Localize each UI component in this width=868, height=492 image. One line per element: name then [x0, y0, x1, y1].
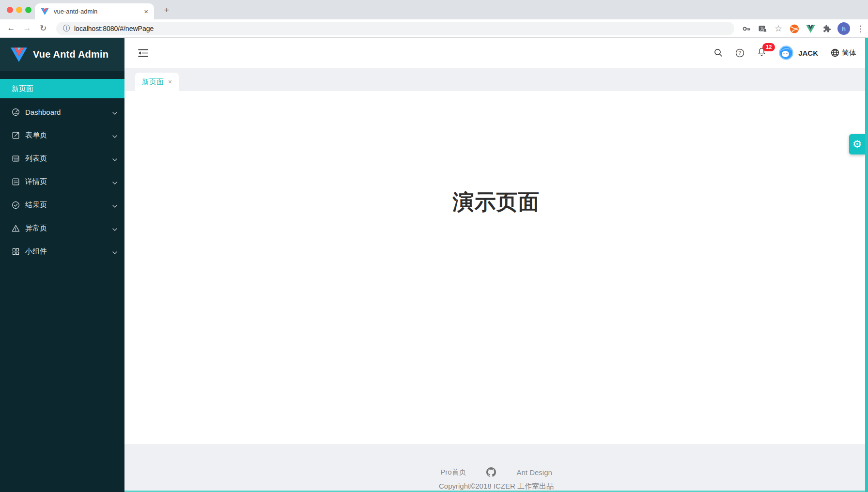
- window-minimize-button[interactable]: [16, 7, 22, 13]
- table-icon: [12, 154, 20, 163]
- bookmark-star-icon[interactable]: ☆: [774, 24, 783, 33]
- footer-link-ant-design[interactable]: Ant Design: [516, 468, 552, 477]
- app-viewport: Vue Antd Admin 新页面 Dashboard 表单页 列表页: [0, 38, 868, 492]
- chevron-down-icon: [112, 154, 117, 163]
- browser-tab[interactable]: vue-antd-admin ×: [35, 3, 154, 19]
- chevron-down-icon: [112, 247, 117, 256]
- dashboard-icon: [12, 108, 20, 116]
- new-tab-button[interactable]: +: [160, 4, 173, 16]
- check-circle-icon: [12, 201, 20, 209]
- browser-profile-avatar[interactable]: h: [837, 22, 850, 35]
- app-header: ? 12: [124, 38, 868, 68]
- translate-icon[interactable]: 文: [758, 24, 767, 33]
- window-close-button[interactable]: [7, 7, 13, 13]
- vue-devtools-icon[interactable]: [806, 24, 815, 33]
- sidebar-item-4-check-circle[interactable]: 结果页: [0, 195, 124, 215]
- settings-button[interactable]: ⚙: [849, 134, 865, 154]
- gear-icon: ⚙: [852, 138, 862, 151]
- sidebar-item-1-form[interactable]: 表单页: [0, 125, 124, 145]
- sidebar-item-6-appstore[interactable]: 小组件: [0, 242, 124, 261]
- search-icon[interactable]: [714, 48, 723, 57]
- sidebar-item-0-dashboard[interactable]: Dashboard: [0, 102, 124, 122]
- user-avatar: [779, 46, 793, 60]
- notification-badge: 12: [762, 43, 775, 51]
- app-logo[interactable]: Vue Antd Admin: [0, 38, 124, 71]
- tab-close-icon[interactable]: ×: [144, 7, 148, 15]
- browser-tab-title: vue-antd-admin: [54, 8, 139, 15]
- page-title: 演示页面: [124, 188, 868, 216]
- page-tab-close-icon[interactable]: ×: [168, 78, 172, 86]
- sidebar-item-selected-newpage[interactable]: 新页面: [0, 79, 124, 98]
- page-tabbar: 新页面 ×: [124, 68, 868, 91]
- vue-logo-icon: [11, 47, 27, 62]
- sidebar-menu: 新页面 Dashboard 表单页 列表页 详情页: [0, 71, 124, 261]
- sidebar: Vue Antd Admin 新页面 Dashboard 表单页 列表页: [0, 38, 124, 492]
- site-info-icon[interactable]: ⓘ: [63, 24, 70, 33]
- github-icon[interactable]: [486, 467, 496, 477]
- appstore-icon: [12, 247, 20, 256]
- window-controls: [7, 7, 31, 13]
- vue-favicon-icon: [41, 8, 49, 15]
- reload-icon[interactable]: ↻: [36, 23, 50, 33]
- back-icon[interactable]: ←: [4, 23, 18, 33]
- browser-tabstrip: vue-antd-admin × +: [0, 0, 868, 19]
- address-bar[interactable]: ⓘ localhost:8080/#/newPage: [56, 22, 734, 35]
- extensions-puzzle-icon[interactable]: [822, 24, 831, 33]
- chevron-down-icon: [112, 224, 117, 232]
- browser-toolbar-right: 文 ☆ h ⋮: [742, 19, 863, 38]
- page-tab-label: 新页面: [142, 77, 164, 87]
- user-name: JACK: [798, 49, 818, 57]
- chevron-down-icon: [112, 201, 117, 209]
- chevron-down-icon: [112, 178, 117, 186]
- password-key-icon[interactable]: [742, 24, 751, 33]
- vertical-scrollbar[interactable]: [865, 38, 868, 492]
- sidebar-item-5-warning[interactable]: 异常页: [0, 218, 124, 238]
- help-icon[interactable]: ?: [735, 48, 744, 58]
- forward-icon[interactable]: →: [20, 23, 34, 33]
- browser-urlbar: ← → ↻ ⓘ localhost:8080/#/newPage: [0, 19, 868, 38]
- notification-bell[interactable]: 12: [757, 47, 766, 59]
- profile-icon: [12, 178, 20, 186]
- chevron-down-icon: [112, 108, 117, 116]
- copyright: Copyright©2018 ICZER 工作室出品: [124, 482, 868, 491]
- page-tab-newpage[interactable]: 新页面 ×: [135, 73, 179, 91]
- page-footer: Pro首页 Ant Design Copyright©2018 ICZER 工作…: [124, 444, 868, 492]
- user-menu[interactable]: JACK: [779, 46, 818, 60]
- footer-link-pro-home[interactable]: Pro首页: [440, 468, 466, 477]
- page-content: 演示页面: [124, 91, 868, 444]
- chevron-down-icon: [112, 131, 117, 139]
- globe-icon: [831, 48, 839, 57]
- form-icon: [12, 131, 20, 139]
- locale-switcher[interactable]: 简体: [831, 48, 856, 58]
- window-zoom-button[interactable]: [25, 7, 31, 13]
- locale-label: 简体: [842, 48, 856, 58]
- sidebar-item-2-table[interactable]: 列表页: [0, 149, 124, 168]
- menu-fold-icon[interactable]: [138, 47, 150, 59]
- app-title: Vue Antd Admin: [33, 49, 108, 60]
- help-glyph: ?: [739, 50, 742, 56]
- main-area: ? 12: [124, 38, 868, 492]
- url-text: localhost:8080/#/newPage: [74, 25, 154, 32]
- browser-menu-icon[interactable]: ⋮: [856, 24, 863, 34]
- warning-icon: [12, 224, 20, 232]
- sidebar-item-3-profile[interactable]: 详情页: [0, 172, 124, 191]
- extension-orange-icon[interactable]: [790, 24, 799, 33]
